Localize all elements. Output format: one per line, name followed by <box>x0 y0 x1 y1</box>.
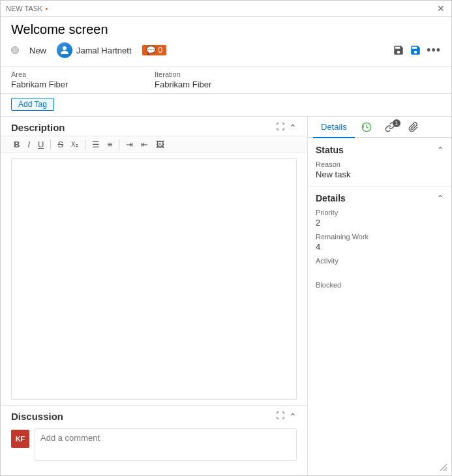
main-window: NEW TASK • ✕ Welcome screen New <box>0 0 452 476</box>
status-dot <box>11 46 19 54</box>
right-panel: Details 1 <box>308 117 451 475</box>
status-collapsible-header[interactable]: Status ⌃ <box>316 145 444 155</box>
commenter-avatar: KF <box>11 430 29 448</box>
area-column: Area Fabrikam Fiber <box>11 70 155 89</box>
description-controls: ⌃ <box>276 122 297 133</box>
blocked-value[interactable] <box>316 290 444 300</box>
toolbar-separator-3 <box>119 140 119 150</box>
image-button[interactable]: 🖼 <box>153 139 167 150</box>
save-icon[interactable] <box>393 44 404 56</box>
window-title-suffix: • <box>45 5 48 12</box>
comment-badge[interactable]: 💬 0 <box>142 45 167 55</box>
tab-history[interactable] <box>355 118 378 138</box>
area-value[interactable]: Fabrikam Fiber <box>11 80 155 89</box>
priority-value[interactable]: 2 <box>316 218 444 228</box>
remaining-work-field: Remaining Work 4 <box>316 233 444 252</box>
avatar-image <box>57 42 72 58</box>
svg-point-0 <box>63 46 67 50</box>
priority-field: Priority 2 <box>316 209 444 228</box>
iteration-column: Iteration Fabrikam Fiber <box>155 70 211 89</box>
details-section-title: Details <box>316 193 346 203</box>
unordered-list-button[interactable]: ☰ <box>89 139 102 150</box>
more-options-icon[interactable]: ••• <box>427 44 441 57</box>
details-fields: Priority 2 Remaining Work 4 Activity Blo… <box>316 209 444 300</box>
reason-field: Reason New task <box>316 160 444 179</box>
status-label[interactable]: New <box>29 46 46 55</box>
discussion-controls: ⌃ <box>276 411 297 422</box>
links-badge: 1 <box>393 119 400 127</box>
italic-button[interactable]: I <box>25 139 33 150</box>
discussion-collapse-icon[interactable]: ⌃ <box>289 411 297 422</box>
details-section: Details ⌃ Priority 2 Remaining Work 4 Ac… <box>308 186 451 306</box>
assignee[interactable]: Jamal Hartnett <box>57 42 132 58</box>
meta-row: New Jamal Hartnett 💬 0 <box>11 42 441 63</box>
header: Welcome screen New Jamal Hartnett 💬 <box>1 17 451 67</box>
status-section: Status ⌃ Reason New task <box>308 138 451 186</box>
rte-toolbar: B I U S X₂ ☰ ≡ ⇥ ⇤ 🖼 <box>1 136 307 153</box>
commenter-initials: KF <box>16 435 25 443</box>
discussion-title: Discussion <box>11 411 63 422</box>
remaining-work-label: Remaining Work <box>316 233 444 241</box>
description-collapse-icon[interactable]: ⌃ <box>289 122 297 133</box>
comment-icon: 💬 <box>146 46 156 55</box>
subscript-button[interactable]: X₂ <box>68 140 81 149</box>
save-close-icon[interactable] <box>410 44 421 56</box>
outdent-button[interactable]: ⇤ <box>138 139 151 150</box>
discussion-section: Discussion ⌃ KF <box>1 405 307 475</box>
strikethrough-button[interactable]: S <box>55 139 66 150</box>
reason-value[interactable]: New task <box>316 170 444 179</box>
status-collapse-icon: ⌃ <box>437 145 444 155</box>
iteration-label: Iteration <box>155 70 211 78</box>
activity-field: Activity <box>316 257 444 276</box>
add-tag-button[interactable]: Add Tag <box>11 98 54 111</box>
title-bar: NEW TASK • ✕ <box>1 1 451 17</box>
activity-label: Activity <box>316 257 444 265</box>
priority-label: Priority <box>316 209 444 216</box>
details-collapsible-header[interactable]: Details ⌃ <box>316 193 444 203</box>
blocked-field: Blocked <box>316 281 444 300</box>
status-section-title: Status <box>316 145 344 155</box>
toolbar-separator-2 <box>85 140 85 150</box>
remaining-work-value[interactable]: 4 <box>316 242 444 252</box>
area-label: Area <box>11 70 155 78</box>
assignee-name: Jamal Hartnett <box>76 46 132 55</box>
details-collapse-icon: ⌃ <box>437 194 444 203</box>
comment-count: 0 <box>158 46 163 55</box>
toolbar-icons: ••• <box>393 44 441 57</box>
tab-links[interactable]: 1 <box>378 118 402 138</box>
tabs-row: Details 1 <box>308 117 451 138</box>
toolbar-separator-1 <box>50 140 51 150</box>
description-expand-icon[interactable] <box>276 122 285 133</box>
activity-value[interactable] <box>316 266 444 276</box>
comment-input[interactable] <box>35 428 297 461</box>
blocked-label: Blocked <box>316 281 444 289</box>
avatar <box>57 42 72 58</box>
description-editor[interactable] <box>11 158 297 400</box>
window-title: NEW TASK <box>6 5 42 12</box>
discussion-expand-icon[interactable] <box>276 411 285 422</box>
description-title: Description <box>11 122 65 133</box>
discussion-header: Discussion ⌃ <box>1 406 307 424</box>
page-title: Welcome screen <box>11 22 441 37</box>
indent-button[interactable]: ⇥ <box>123 139 136 150</box>
close-button[interactable]: ✕ <box>436 3 446 14</box>
resize-handle[interactable] <box>440 464 449 473</box>
tab-details[interactable]: Details <box>313 117 355 138</box>
main-content: Description ⌃ B I U S X₂ <box>1 117 451 475</box>
status-fields: Reason New task <box>316 160 444 179</box>
area-iteration-row: Area Fabrikam Fiber Iteration Fabrikam F… <box>1 67 451 94</box>
reason-label: Reason <box>316 160 444 168</box>
tag-row: Add Tag <box>1 94 451 117</box>
left-panel: Description ⌃ B I U S X₂ <box>1 117 308 475</box>
underline-button[interactable]: U <box>35 139 46 150</box>
tab-attachments[interactable] <box>402 118 425 138</box>
bold-button[interactable]: B <box>11 139 22 150</box>
comment-row: KF <box>1 424 307 465</box>
description-header: Description ⌃ <box>1 117 307 136</box>
iteration-value[interactable]: Fabrikam Fiber <box>155 80 211 89</box>
title-bar-left: NEW TASK • <box>6 5 48 12</box>
ordered-list-button[interactable]: ≡ <box>105 139 115 150</box>
